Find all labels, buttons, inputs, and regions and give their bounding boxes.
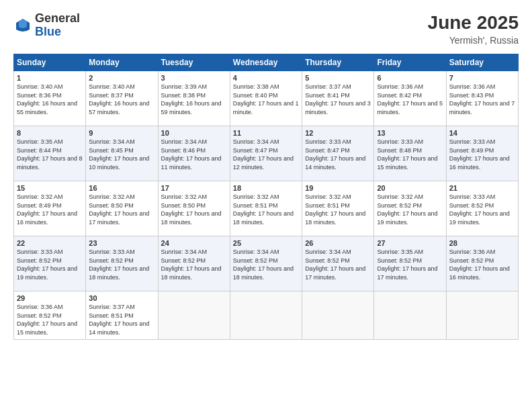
table-row: 28 Sunrise: 3:36 AMSunset: 8:52 PMDaylig… bbox=[446, 236, 518, 291]
table-row: 14 Sunrise: 3:33 AMSunset: 8:49 PMDaylig… bbox=[446, 126, 518, 181]
page: General Blue June 2025 Yermish', Russia … bbox=[0, 0, 532, 411]
calendar: Sunday Monday Tuesday Wednesday Thursday… bbox=[13, 54, 519, 340]
table-row: 21 Sunrise: 3:33 AMSunset: 8:52 PMDaylig… bbox=[446, 181, 518, 236]
table-row: 4 Sunrise: 3:38 AMSunset: 8:40 PMDayligh… bbox=[230, 71, 302, 126]
table-row: 17 Sunrise: 3:32 AMSunset: 8:50 PMDaylig… bbox=[158, 181, 230, 236]
table-row: 20 Sunrise: 3:32 AMSunset: 8:52 PMDaylig… bbox=[374, 181, 446, 236]
logo-general: General bbox=[35, 12, 80, 26]
table-row: 25 Sunrise: 3:34 AMSunset: 8:52 PMDaylig… bbox=[230, 236, 302, 291]
col-monday: Monday bbox=[86, 54, 158, 71]
logo-icon bbox=[13, 16, 32, 35]
empty-cell bbox=[446, 291, 518, 340]
empty-cell bbox=[374, 291, 446, 340]
col-wednesday: Wednesday bbox=[230, 54, 302, 71]
table-row: 1 Sunrise: 3:40 AMSunset: 8:36 PMDayligh… bbox=[14, 71, 86, 126]
col-tuesday: Tuesday bbox=[158, 54, 230, 71]
table-row: 12 Sunrise: 3:33 AMSunset: 8:47 PMDaylig… bbox=[302, 126, 374, 181]
logo-blue: Blue bbox=[35, 26, 80, 39]
calendar-week-row: 15 Sunrise: 3:32 AMSunset: 8:49 PMDaylig… bbox=[14, 181, 519, 236]
header: General Blue June 2025 Yermish', Russia bbox=[13, 12, 519, 46]
table-row: 3 Sunrise: 3:39 AMSunset: 8:38 PMDayligh… bbox=[158, 71, 230, 126]
title-block: June 2025 Yermish', Russia bbox=[428, 12, 519, 46]
table-row: 16 Sunrise: 3:32 AMSunset: 8:50 PMDaylig… bbox=[86, 181, 158, 236]
table-row: 9 Sunrise: 3:34 AMSunset: 8:45 PMDayligh… bbox=[86, 126, 158, 181]
empty-cell bbox=[302, 291, 374, 340]
calendar-week-row: 8 Sunrise: 3:35 AMSunset: 8:44 PMDayligh… bbox=[14, 126, 519, 181]
table-row: 2 Sunrise: 3:40 AMSunset: 8:37 PMDayligh… bbox=[86, 71, 158, 126]
table-row: 24 Sunrise: 3:34 AMSunset: 8:52 PMDaylig… bbox=[158, 236, 230, 291]
location: Yermish', Russia bbox=[428, 35, 519, 46]
table-row: 30 Sunrise: 3:37 AMSunset: 8:51 PMDaylig… bbox=[86, 291, 158, 340]
table-row: 27 Sunrise: 3:35 AMSunset: 8:52 PMDaylig… bbox=[374, 236, 446, 291]
empty-cell bbox=[158, 291, 230, 340]
col-thursday: Thursday bbox=[302, 54, 374, 71]
table-row: 18 Sunrise: 3:32 AMSunset: 8:51 PMDaylig… bbox=[230, 181, 302, 236]
table-row: 11 Sunrise: 3:34 AMSunset: 8:47 PMDaylig… bbox=[230, 126, 302, 181]
col-sunday: Sunday bbox=[14, 54, 86, 71]
table-row: 29 Sunrise: 3:36 AMSunset: 8:52 PMDaylig… bbox=[14, 291, 86, 340]
calendar-week-row: 22 Sunrise: 3:33 AMSunset: 8:52 PMDaylig… bbox=[14, 236, 519, 291]
table-row: 10 Sunrise: 3:34 AMSunset: 8:46 PMDaylig… bbox=[158, 126, 230, 181]
calendar-week-row: 29 Sunrise: 3:36 AMSunset: 8:52 PMDaylig… bbox=[14, 291, 519, 340]
logo: General Blue bbox=[13, 12, 80, 39]
table-row: 26 Sunrise: 3:34 AMSunset: 8:52 PMDaylig… bbox=[302, 236, 374, 291]
table-row: 8 Sunrise: 3:35 AMSunset: 8:44 PMDayligh… bbox=[14, 126, 86, 181]
logo-text: General Blue bbox=[35, 12, 80, 39]
table-row: 15 Sunrise: 3:32 AMSunset: 8:49 PMDaylig… bbox=[14, 181, 86, 236]
table-row: 23 Sunrise: 3:33 AMSunset: 8:52 PMDaylig… bbox=[86, 236, 158, 291]
empty-cell bbox=[230, 291, 302, 340]
month-title: June 2025 bbox=[428, 12, 519, 34]
table-row: 19 Sunrise: 3:32 AMSunset: 8:51 PMDaylig… bbox=[302, 181, 374, 236]
col-friday: Friday bbox=[374, 54, 446, 71]
calendar-week-row: 1 Sunrise: 3:40 AMSunset: 8:36 PMDayligh… bbox=[14, 71, 519, 126]
table-row: 6 Sunrise: 3:36 AMSunset: 8:42 PMDayligh… bbox=[374, 71, 446, 126]
table-row: 22 Sunrise: 3:33 AMSunset: 8:52 PMDaylig… bbox=[14, 236, 86, 291]
table-row: 5 Sunrise: 3:37 AMSunset: 8:41 PMDayligh… bbox=[302, 71, 374, 126]
col-saturday: Saturday bbox=[446, 54, 518, 71]
table-row: 13 Sunrise: 3:33 AMSunset: 8:48 PMDaylig… bbox=[374, 126, 446, 181]
table-row: 7 Sunrise: 3:36 AMSunset: 8:43 PMDayligh… bbox=[446, 71, 518, 126]
calendar-header-row: Sunday Monday Tuesday Wednesday Thursday… bbox=[14, 54, 519, 71]
